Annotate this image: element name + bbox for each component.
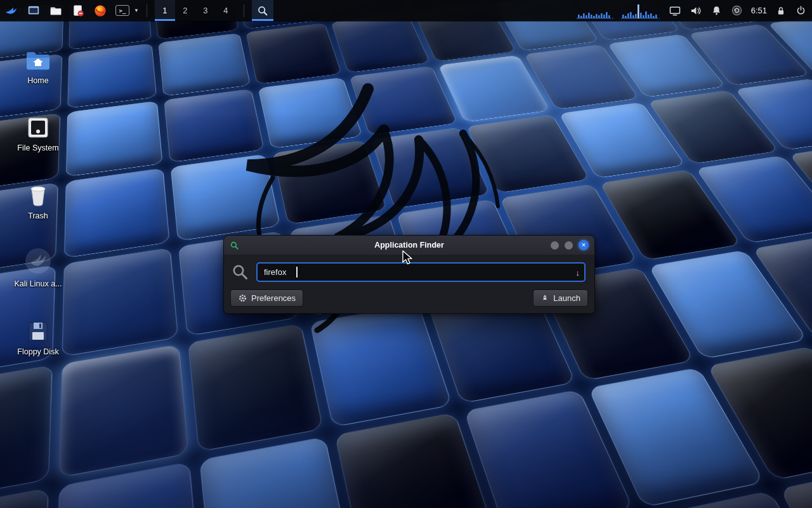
workspace-1[interactable]: 1: [155, 0, 175, 21]
wallpaper-cube: [67, 43, 157, 109]
panel-separator: [244, 4, 244, 17]
wallpaper-cube: [159, 33, 251, 97]
minimize-button[interactable]: [551, 241, 559, 250]
window-title: Application Finder: [374, 241, 444, 250]
workspace-2[interactable]: 2: [175, 0, 195, 21]
search-icon: [257, 5, 268, 17]
wallpaper-cube: [258, 77, 363, 149]
desktop-icon-label: Trash: [28, 211, 48, 220]
wallpaper-cube: [171, 154, 280, 241]
wallpaper-cube: [62, 248, 178, 357]
file-manager-icon: [49, 4, 63, 18]
launch-icon: [540, 294, 549, 303]
logout-power-icon[interactable]: [795, 4, 807, 17]
clock[interactable]: 6:51: [751, 6, 767, 15]
search-input[interactable]: [256, 262, 586, 282]
launch-button-label: Launch: [553, 293, 580, 303]
search-row: ↓: [224, 255, 594, 288]
finder-button-row: Preferences Launch: [224, 288, 594, 313]
home-icon: [25, 50, 51, 72]
applications-menu-button[interactable]: [3, 0, 20, 21]
close-button[interactable]: ✕: [579, 240, 589, 250]
show-desktop-button[interactable]: [25, 0, 42, 21]
desktop-icon-label: File System: [17, 144, 58, 152]
desktop-icon-trash[interactable]: Trash: [3, 157, 73, 220]
window-icon: [27, 4, 41, 18]
firefox-launcher[interactable]: [92, 0, 108, 21]
wallpaper-cube: [0, 488, 48, 508]
titlebar-buttons: ✕: [551, 240, 589, 250]
desktop-icon-label: Home: [27, 76, 48, 85]
wallpaper-cube: [350, 66, 458, 135]
terminal-icon: >_: [115, 5, 129, 16]
file-manager-launcher[interactable]: [48, 0, 64, 21]
preferences-button[interactable]: Preferences: [230, 290, 303, 307]
desktop-icon-home[interactable]: Home: [3, 22, 73, 85]
taskbar-application-finder-button[interactable]: [252, 0, 273, 21]
desktop-icon-filesystem[interactable]: File System: [3, 89, 73, 152]
wallpaper-cube: [66, 101, 163, 177]
search-icon: [232, 264, 249, 281]
panel-left-section: >_ ▼ 1 2 3 4: [0, 0, 273, 21]
launch-button[interactable]: Launch: [533, 290, 588, 307]
notifications-bell-icon[interactable]: [710, 4, 723, 17]
window-titlebar[interactable]: Application Finder ✕: [224, 236, 594, 255]
close-icon: ✕: [581, 242, 586, 248]
top-panel: >_ ▼ 1 2 3 4: [0, 0, 812, 21]
wallpaper-cube: [188, 323, 324, 451]
workspace-4[interactable]: 4: [216, 0, 236, 21]
application-finder-window: Application Finder ✕ ↓: [223, 235, 595, 314]
terminal-prompt-glyph: >_: [119, 8, 126, 14]
text-caret: [296, 267, 298, 277]
system-load-graph[interactable]: [577, 3, 660, 19]
desktop-icon-kali-linux[interactable]: Kali Linux a...: [3, 225, 73, 288]
wallpaper-cube: [59, 344, 189, 478]
terminal-launcher[interactable]: >_: [114, 0, 131, 21]
down-arrow-icon: ↓: [576, 267, 580, 277]
firefox-icon: [93, 4, 107, 18]
filesystem-icon: [27, 116, 49, 139]
status-update-icon[interactable]: [731, 4, 743, 17]
lock-icon[interactable]: [775, 5, 787, 17]
kali-logo-icon: [4, 3, 19, 18]
trash-icon: [27, 184, 49, 207]
workspace-switcher: 1 2 3 4: [155, 0, 236, 21]
chevron-down-icon[interactable]: ▼: [134, 8, 139, 13]
desktop-icon-label: Floppy Disk: [17, 347, 58, 356]
kali-desktop: Home File System Trash Kali Linux a...: [0, 0, 812, 508]
workspace-3[interactable]: 3: [195, 0, 216, 21]
wallpaper-cube: [272, 140, 387, 225]
wallpaper-cube: [164, 89, 265, 163]
preferences-button-label: Preferences: [251, 293, 296, 303]
volume-icon[interactable]: [690, 4, 702, 17]
wallpaper-cube: [310, 304, 452, 427]
wallpaper-cube: [0, 364, 52, 504]
text-editor-icon: [71, 4, 85, 18]
kali-installer-icon: [24, 247, 52, 275]
application-finder-icon: [230, 241, 239, 250]
wallpaper-cube: [331, 13, 430, 73]
floppy-disk-icon: [27, 320, 49, 343]
maximize-button[interactable]: [565, 241, 573, 250]
gear-icon: [238, 293, 247, 303]
desktop-icon-label: Kali Linux a...: [14, 279, 62, 288]
panel-separator: [147, 4, 147, 17]
search-input-wrap: ↓: [256, 262, 586, 282]
text-editor-launcher[interactable]: [70, 0, 86, 21]
wallpaper-cube: [246, 23, 341, 84]
wallpaper-cube: [64, 168, 170, 258]
desktop-icon-floppy-disk[interactable]: Floppy Disk: [3, 293, 73, 356]
display-icon[interactable]: [669, 4, 681, 17]
panel-right-section: 6:51: [577, 0, 812, 21]
